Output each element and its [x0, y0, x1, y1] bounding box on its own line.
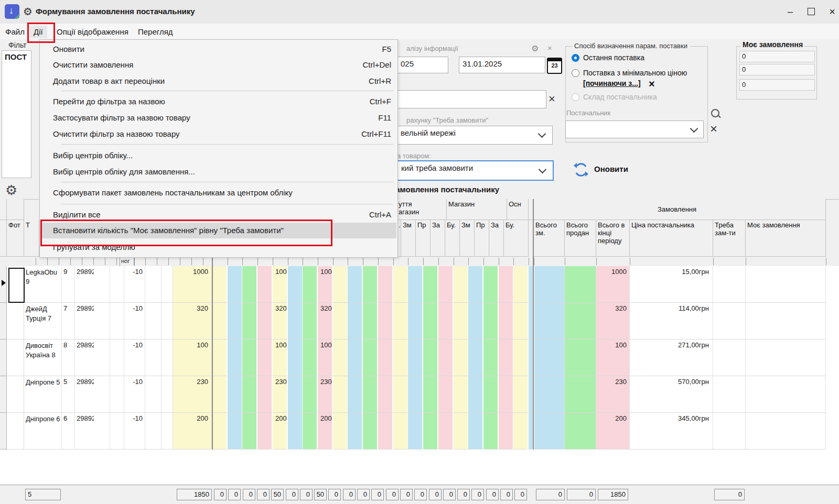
supplier-list-item[interactable]: ПОСТ	[2, 51, 31, 61]
cell	[468, 376, 483, 413]
menu-item[interactable]: ОновитиF5	[40, 41, 396, 57]
menu-item[interactable]: Очистити замовленняCtrl+Del	[40, 57, 396, 73]
column-group-header[interactable]: Осн	[507, 199, 529, 220]
column-header-total[interactable]: Ціна постачальника	[630, 220, 713, 257]
supplier-combo[interactable]	[565, 120, 704, 138]
window-title: Формування замовлення постачальнику	[36, 7, 195, 16]
menu-item-shortcut: Ctrl+Del	[362, 60, 391, 69]
cell	[363, 339, 378, 376]
column-header-total[interactable]: Всього продан	[565, 220, 596, 257]
column-header-size[interactable]: Пр	[416, 220, 431, 257]
cell	[242, 339, 257, 376]
period-close-icon[interactable]: ×	[547, 43, 552, 52]
cell	[333, 413, 348, 450]
radio-last-supply[interactable]	[572, 54, 579, 62]
column-header-size[interactable]: Пр	[475, 220, 489, 257]
calendar-icon[interactable]: 23	[547, 58, 562, 74]
menu-item[interactable]: Застосувати фільтр за назвою товаруF11	[40, 110, 396, 126]
cell	[454, 339, 468, 376]
search-icon[interactable]	[711, 109, 719, 117]
menu-file[interactable]: Файл	[1, 26, 29, 38]
cell: 1000	[318, 266, 332, 303]
my-order-value-1[interactable]: 0	[739, 51, 815, 62]
table-row[interactable]: ДжейД Турція 7729892-10320320320320114,0…	[0, 303, 839, 339]
column-header-size[interactable]: Бу.	[445, 220, 460, 257]
column-header-total[interactable]: Всього в кінці періоду	[596, 220, 630, 257]
cell	[468, 266, 483, 303]
column-header-total[interactable]: Всього зм.	[534, 220, 565, 257]
goods-filter-combo[interactable]: кий треба замовити	[397, 160, 554, 181]
column-header-total[interactable]: Моє замовлення	[746, 220, 826, 257]
cell	[257, 266, 272, 303]
row-marker[interactable]	[0, 376, 7, 413]
menu-item[interactable]: Вибір центрів обліку...	[40, 148, 396, 163]
column-header-size[interactable]: Бу.	[504, 220, 529, 257]
summary-size-total: 50	[271, 489, 284, 500]
cell	[212, 376, 227, 413]
menu-item[interactable]: Додати товар в акт переоцінкиCtrl+R	[40, 73, 396, 89]
settings-gear-icon[interactable]: ⚙	[5, 182, 17, 199]
column-header-size[interactable]: Зм	[401, 220, 416, 257]
cell: 7	[62, 303, 75, 339]
cell	[348, 339, 362, 376]
cell	[408, 376, 423, 413]
column-header-size[interactable]: Зм	[460, 220, 475, 257]
row-marker[interactable]	[0, 339, 7, 376]
stripe-tick	[408, 258, 408, 265]
maximize-glyph	[808, 8, 815, 15]
calc-method-combo[interactable]: вельній мережі	[397, 126, 553, 145]
menu-display-options[interactable]: Опції відображення	[52, 26, 133, 38]
cell	[408, 266, 423, 303]
table-row[interactable]: LegkaObu 9929892-10100010001000100015,00…	[0, 266, 839, 303]
minimize-button[interactable]: –	[782, 4, 798, 19]
date-to-field[interactable]: 31.01.2025	[459, 57, 545, 73]
cell	[257, 413, 272, 450]
search-field[interactable]	[397, 90, 546, 108]
cell: Дивосвіт Україна 8	[24, 339, 62, 376]
menu-item[interactable]: Очистити фільтр за назвою товаруCtrl+F11	[40, 126, 396, 142]
date-from-field[interactable]: 025	[397, 57, 448, 73]
close-button[interactable]: ×	[824, 4, 839, 19]
supplier-list[interactable]: ПОСТ	[2, 50, 31, 178]
column-group-header[interactable]: уттяагазин	[397, 199, 447, 220]
cell: 1000	[596, 266, 630, 303]
column-group-header[interactable]: Замовлення	[529, 199, 826, 220]
cell	[7, 339, 24, 376]
period-gear-icon[interactable]: ⚙	[531, 43, 539, 53]
cell	[378, 413, 393, 450]
cell	[423, 339, 438, 376]
refresh-button[interactable]: Оновити	[573, 160, 646, 179]
cell	[513, 376, 528, 413]
cell	[378, 376, 393, 413]
table-row[interactable]: Дивосвіт Україна 8829892-101001001001002…	[0, 339, 839, 376]
cell	[483, 376, 498, 413]
summary-size-total: 0	[471, 489, 484, 500]
starting-from-link[interactable]: [починаючи з...]	[583, 79, 641, 87]
cell	[393, 413, 408, 450]
stripe-tick	[378, 258, 379, 265]
radio-min-price[interactable]	[572, 69, 579, 77]
row-marker[interactable]	[0, 303, 7, 339]
column-header-product[interactable]: Т	[24, 220, 39, 257]
menu-item[interactable]: Сформувати пакет замовлень постачальника…	[40, 185, 396, 201]
my-order-value-2[interactable]: 0	[739, 64, 815, 75]
column-header-size[interactable]: За	[489, 220, 504, 257]
menu-item[interactable]: Перейти до фільтра за назвоюCtrl+F	[40, 94, 396, 109]
column-group-header[interactable]: Магазин	[447, 199, 507, 220]
search-clear-icon[interactable]: ×	[548, 92, 555, 106]
stripe-tick	[228, 258, 228, 265]
column-header-photo[interactable]: Фот	[7, 220, 24, 257]
column-header-total[interactable]: Треба зам-ти	[713, 220, 746, 257]
table-row[interactable]: Дніпропе 5529892-10230230230230570,00грн	[0, 376, 839, 413]
maximize-button[interactable]	[803, 4, 819, 19]
my-order-value-3[interactable]: 0	[739, 79, 815, 91]
starting-from-clear-icon[interactable]: ×	[649, 78, 655, 90]
column-header-size[interactable]: За	[431, 220, 445, 257]
cell	[145, 413, 162, 450]
table-row[interactable]: Дніпропе 6629892-10200200200200345,00грн	[0, 413, 839, 450]
row-marker[interactable]	[0, 413, 7, 450]
menu-view[interactable]: Перегляд	[134, 26, 177, 38]
summary-size-total: 0	[243, 489, 255, 500]
supplier-clear-icon[interactable]: ×	[710, 122, 717, 136]
menu-item[interactable]: Вибір центрів обліку для замовлення...	[40, 164, 396, 180]
